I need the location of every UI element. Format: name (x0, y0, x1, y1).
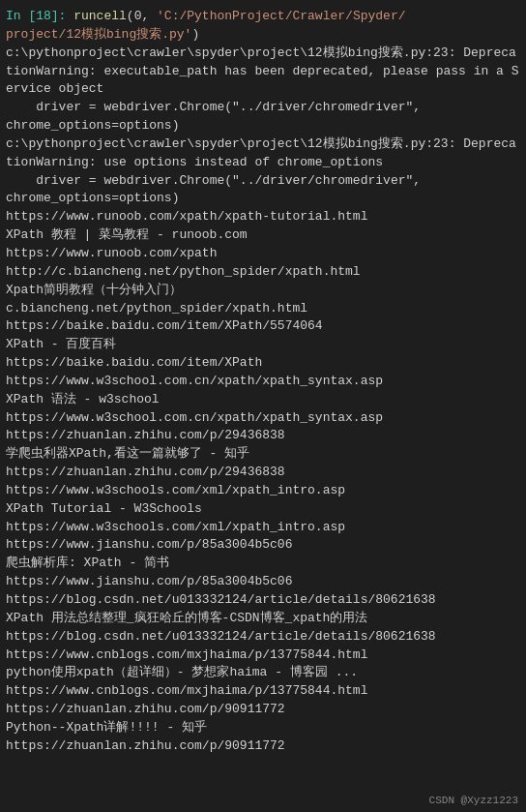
url-line: https://baike.baidu.com/item/XPath/55740… (6, 317, 520, 336)
url-line: https://zhuanlan.zhihu.com/p/29436838 (6, 464, 520, 482)
title-line: python使用xpath（超详细）- 梦想家haima - 博客园 ... (6, 664, 520, 682)
title-line: XPath - 百度百科 (6, 336, 520, 354)
input-line: In [18]: runcell(0, 'C:/PythonProject/Cr… (6, 8, 520, 45)
url-line: https://www.cnblogs.com/mxjhaima/p/13775… (6, 682, 520, 701)
url-line: https://www.runoob.com/xpath (6, 245, 520, 263)
title-line: XPath 教程 | 菜鸟教程 - runoob.com (6, 226, 520, 245)
url-line: https://www.w3school.com.cn/xpath/xpath_… (6, 373, 520, 391)
url-line: https://blog.csdn.net/u013332124/article… (6, 591, 520, 610)
url-line: https://zhuanlan.zhihu.com/p/90911772 (6, 701, 520, 719)
title-line: XPath Tutorial - W3Schools (6, 500, 520, 519)
watermark: CSDN @Xyzz1223 (429, 795, 518, 806)
url-line: c.biancheng.net/python_spider/xpath.html (6, 300, 520, 318)
terminal-window: In [18]: runcell(0, 'C:/PythonProject/Cr… (0, 0, 526, 812)
url-line: https://www.jianshu.com/p/85a3004b5c06 (6, 573, 520, 591)
url-line: https://www.cnblogs.com/mxjhaima/p/13775… (6, 647, 520, 665)
title-line: Xpath简明教程（十分钟入门） (6, 282, 520, 300)
url-line: https://www.runoob.com/xpath/xpath-tutor… (6, 208, 520, 226)
url-line: https://www.w3school.com.cn/xpath/xpath_… (6, 409, 520, 428)
url-line: https://zhuanlan.zhihu.com/p/29436838 (6, 427, 520, 445)
url-line: https://blog.csdn.net/u013332124/article… (6, 628, 520, 647)
output-line: c:\pythonproject\crawler\spyder\project\… (6, 45, 520, 135)
url-line: https://www.jianshu.com/p/85a3004b5c06 (6, 536, 520, 555)
url-line: https://www.w3schools.com/xml/xpath_intr… (6, 482, 520, 500)
title-line: Python--Xpath详解!!!! - 知乎 (6, 719, 520, 737)
title-line: XPath 用法总结整理_疯狂哈丘的博客-CSDN博客_xpath的用法 (6, 610, 520, 628)
url-line: https://baike.baidu.com/item/XPath (6, 354, 520, 373)
url-line: https://www.w3schools.com/xml/xpath_intr… (6, 519, 520, 537)
title-line: XPath 语法 - w3school (6, 391, 520, 409)
url-line: https://zhuanlan.zhihu.com/p/90911772 (6, 737, 520, 756)
title-line: 学爬虫利器XPath,看这一篇就够了 - 知乎 (6, 445, 520, 464)
title-line: 爬虫解析库: XPath - 简书 (6, 555, 520, 573)
output-line: c:\pythonproject\crawler\spyder\project\… (6, 135, 520, 208)
url-line: http://c.biancheng.net/python_spider/xpa… (6, 263, 520, 282)
